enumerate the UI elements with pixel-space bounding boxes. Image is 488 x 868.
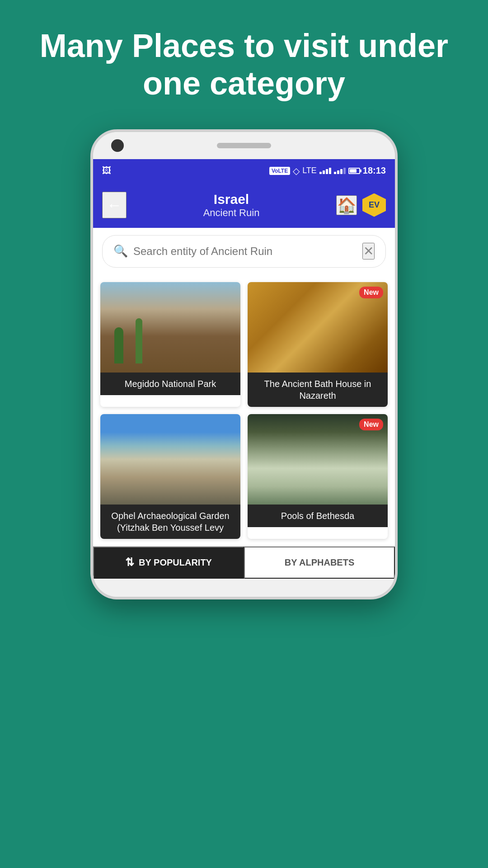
card-label-ophel: Ophel Archaeological Garden (Yitzhak Ben…: [100, 505, 240, 539]
status-bar: 🖼 VoLTE ◇ LTE 18:13: [93, 159, 395, 183]
phone-top-bezel: [93, 132, 395, 159]
search-icon: 🔍: [113, 244, 128, 258]
search-bar: 🔍 ✕: [102, 235, 386, 268]
new-badge-bath-house: New: [359, 287, 383, 298]
signal-indicator-2: [334, 168, 346, 174]
page-header-text: Many Places to visit under one category: [0, 27, 488, 102]
ev-badge-text: EV: [369, 200, 380, 210]
card-ophel[interactable]: Ophel Archaeological Garden (Yitzhak Ben…: [100, 414, 240, 539]
notification-icon: 🖼: [102, 165, 111, 176]
app-toolbar: ← Israel Ancient Ruin 🏠 EV: [93, 183, 395, 228]
card-bath-house[interactable]: New The Ancient Bath House in Nazareth: [248, 282, 388, 407]
phone-frame: 🖼 VoLTE ◇ LTE 18:13 ←: [90, 129, 398, 599]
sort-by-popularity-button[interactable]: ⇅ BY POPULARITY: [93, 547, 244, 579]
battery-icon: [348, 168, 360, 174]
card-label-bath-house: The Ancient Bath House in Nazareth: [248, 373, 388, 407]
search-clear-button[interactable]: ✕: [362, 243, 375, 259]
search-container: 🔍 ✕: [93, 228, 395, 275]
status-bar-right: VoLTE ◇ LTE 18:13: [269, 165, 386, 176]
phone-bottom-bezel: [93, 579, 395, 597]
card-image-ophel: [100, 414, 240, 505]
sort-popularity-label: BY POPULARITY: [139, 557, 212, 568]
back-button[interactable]: ←: [102, 192, 127, 218]
toolbar-title-container: Israel Ancient Ruin: [134, 192, 329, 219]
sort-icon: ⇅: [125, 556, 134, 569]
sort-bar: ⇅ BY POPULARITY BY ALPHABETS: [93, 546, 395, 579]
card-megiddo[interactable]: Megiddo National Park: [100, 282, 240, 407]
phone-speaker: [217, 143, 271, 148]
ev-badge[interactable]: EV: [362, 193, 386, 217]
network-label: LTE: [302, 166, 317, 175]
card-pools[interactable]: New Pools of Bethesda: [248, 414, 388, 539]
volte-badge: VoLTE: [269, 167, 290, 175]
new-badge-pools: New: [359, 419, 383, 430]
sort-alphabets-label: BY ALPHABETS: [285, 557, 354, 568]
clock: 18:13: [363, 165, 386, 176]
home-button[interactable]: 🏠: [336, 195, 357, 215]
front-camera: [111, 139, 124, 152]
signal-indicator-1: [319, 168, 331, 174]
toolbar-title-sub: Ancient Ruin: [134, 207, 329, 219]
status-bar-left: 🖼: [102, 165, 113, 176]
content-grid: Megiddo National Park New The Ancient Ba…: [93, 275, 395, 546]
card-label-pools: Pools of Bethesda: [248, 505, 388, 527]
search-input[interactable]: [133, 245, 357, 258]
toolbar-title-main: Israel: [134, 192, 329, 207]
card-image-megiddo: [100, 282, 240, 373]
card-label-megiddo: Megiddo National Park: [100, 373, 240, 395]
sort-by-alphabets-button[interactable]: BY ALPHABETS: [244, 547, 395, 579]
wifi-icon: ◇: [293, 165, 300, 176]
toolbar-actions: 🏠 EV: [336, 193, 386, 217]
